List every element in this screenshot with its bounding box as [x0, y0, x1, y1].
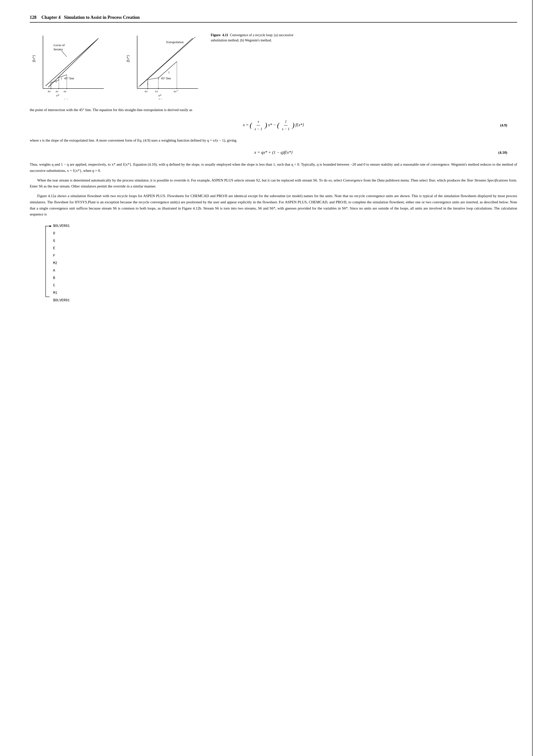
equation-49: x = ( s s − 1 ) x* − ( 1 s − 1 ) f{x*} (… — [30, 118, 517, 132]
svg-text:x₁: x₁ — [56, 90, 59, 93]
equation-410: x = qx* + (1 − q)f{x*} (4.10) — [30, 149, 517, 156]
svg-text:(a): (a) — [64, 98, 68, 100]
code-line-b: B — [53, 275, 70, 281]
chapter-label: Chapter 4 — [41, 15, 61, 20]
body-text: the point of intersection with the 45° l… — [30, 107, 517, 304]
svg-text:45° line: 45° line — [161, 77, 171, 80]
diagram-a-svg: f{x*} 45° line Locus of Iterates — [30, 30, 109, 100]
code-block: $OLVER01 D G E F M2 A B C M1 $OLVER01 — [45, 223, 517, 304]
figure-row: f{x*} 45° line Locus of Iterates — [30, 30, 517, 100]
svg-text:45° line: 45° line — [64, 77, 74, 80]
svg-text:x₀: x₀ — [144, 90, 147, 93]
svg-text:x*: x* — [56, 94, 60, 97]
chapter-title: Chapter 4 Simulation to Assist in Proces… — [41, 15, 140, 20]
para5: Figure 4.12a shows a simulation flowshee… — [30, 193, 517, 218]
para4: When the tear stream is determined autom… — [30, 177, 517, 190]
svg-text:(b): (b) — [158, 98, 162, 100]
paren-open-1: ( — [250, 121, 252, 129]
fraction-1-s1: 1 s − 1 — [281, 118, 291, 132]
diagram-b-svg: f{x*} 45° line Extrapolation — [124, 30, 203, 100]
code-line-d: D — [53, 231, 70, 236]
diagram-b: f{x*} 45° line Extrapolation — [124, 30, 203, 100]
code-line-e: E — [53, 245, 70, 251]
code-line-m1: M1 — [53, 290, 70, 296]
svg-text:x₀: x₀ — [48, 90, 51, 93]
paren-open-2: ( — [277, 121, 279, 129]
paren-close-1: ) — [265, 121, 267, 129]
header: 128 Chapter 4 Simulation to Assist in Pr… — [30, 15, 517, 22]
para3: Thus, weights q and 1 − q are applied, r… — [30, 161, 517, 174]
page-number: 128 — [30, 15, 36, 20]
svg-text:f{x*}: f{x*} — [32, 55, 36, 62]
equation-410-number: (4.10) — [498, 149, 507, 156]
paren-close-2: ) — [292, 121, 294, 129]
svg-text:f{x*}: f{x*} — [126, 55, 130, 62]
equation-49-number: (4.9) — [500, 122, 507, 128]
figure-caption-text: Figure 4.11 Convergence of a recycle loo… — [211, 33, 293, 42]
svg-marker-45 — [50, 225, 52, 227]
figures-container: f{x*} 45° line Locus of Iterates — [30, 30, 203, 100]
code-line-a: A — [53, 268, 70, 274]
svg-text:x₂: x₂ — [63, 90, 67, 93]
svg-text:Locus of: Locus of — [54, 43, 65, 47]
svg-line-8 — [62, 51, 67, 57]
svg-text:Extrapolation: Extrapolation — [166, 40, 184, 44]
figure-label: Figure 4.11 — [211, 33, 229, 37]
bracket-svg — [45, 223, 52, 304]
svg-text:x₁: x₁ — [155, 90, 158, 93]
equation-49-content: x = ( s s − 1 ) x* − ( 1 s − 1 ) f{x*} — [243, 118, 304, 132]
para2: where s is the slope of the extrapolated… — [30, 137, 517, 144]
code-line-c: C — [53, 283, 70, 289]
para1: the point of intersection with the 45° l… — [30, 107, 517, 113]
right-border — [532, 0, 537, 756]
figure-caption: Figure 4.11 Convergence of a recycle loo… — [211, 30, 295, 43]
code-line-m2: M2 — [53, 260, 70, 266]
code-line-solver01-close: $OLVER01 — [53, 298, 70, 304]
equation-410-content: x = qx* + (1 − q)f{x*} — [254, 149, 293, 156]
code-line-g: G — [53, 238, 70, 244]
code-line-solver01-open: $OLVER01 — [53, 223, 70, 229]
page: 128 Chapter 4 Simulation to Assist in Pr… — [0, 0, 537, 756]
chapter-title-text: Simulation to Assist in Process Creation — [64, 15, 140, 20]
fraction-s-s1: s s − 1 — [254, 118, 263, 132]
svg-text:x*: x* — [158, 94, 162, 97]
diagram-a: f{x*} 45° line Locus of Iterates — [30, 30, 109, 100]
code-line-f: F — [53, 253, 70, 259]
svg-text:Iterates: Iterates — [54, 48, 63, 51]
svg-text:x₂⁺: x₂⁺ — [174, 90, 179, 93]
